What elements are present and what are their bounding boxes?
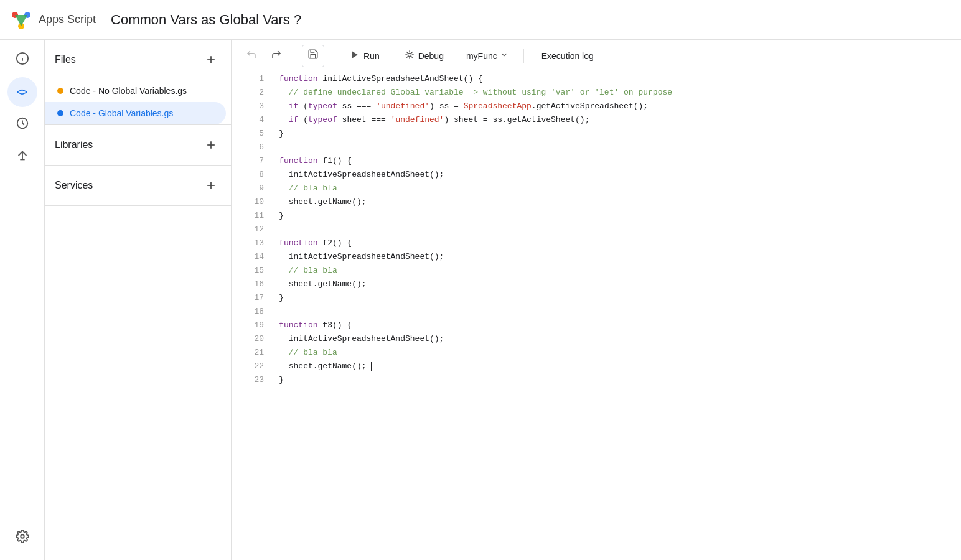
- line-number: 6: [232, 141, 274, 154]
- plus-icon-svc: [205, 179, 217, 192]
- services-label: Services: [55, 180, 93, 191]
- redo-icon: [271, 49, 282, 63]
- toolbar-sep-2: [332, 49, 332, 63]
- libraries-label: Libraries: [55, 139, 93, 151]
- nav-deploy-button[interactable]: [7, 142, 37, 172]
- svg-marker-3: [15, 15, 27, 26]
- code-table: 1function initActiveSpreadsheetAndSheet(…: [232, 72, 961, 387]
- line-number: 21: [232, 346, 274, 360]
- files-header: Files: [45, 40, 231, 80]
- file-name-global: Code - Global Variables.gs: [70, 108, 173, 118]
- table-row: 14 initActiveSpreadsheetAndSheet();: [232, 250, 961, 264]
- undo-button[interactable]: [241, 46, 261, 66]
- line-content: // bla bla: [274, 182, 961, 195]
- line-number: 8: [232, 168, 274, 182]
- file-item-no-global[interactable]: Code - No Global Variables.gs: [45, 80, 226, 102]
- line-content: // bla bla: [274, 264, 961, 278]
- nav-settings-button[interactable]: [7, 523, 37, 553]
- line-number: 22: [232, 360, 274, 373]
- line-content: if (typeof ss === 'undefined') ss = Spre…: [274, 100, 961, 113]
- line-number: 4: [232, 113, 274, 127]
- line-number: 23: [232, 373, 274, 387]
- table-row: 21 // bla bla: [232, 346, 961, 360]
- code-icon: <>: [16, 86, 27, 98]
- left-nav: <>: [0, 40, 45, 560]
- files-section: Files Code - No Global Variables.gs Code…: [45, 40, 231, 125]
- code-editor[interactable]: 1function initActiveSpreadsheetAndSheet(…: [232, 72, 961, 560]
- table-row: 9 // bla bla: [232, 182, 961, 195]
- line-content: }: [274, 373, 961, 387]
- line-number: 15: [232, 264, 274, 278]
- table-row: 22 sheet.getName();: [232, 360, 961, 373]
- file-dot-blue: [57, 110, 63, 116]
- line-content: }: [274, 209, 961, 223]
- line-number: 12: [232, 223, 274, 236]
- line-number: 20: [232, 332, 274, 346]
- header: Apps Script Common Vars as Global Vars ?: [0, 0, 961, 40]
- line-number: 14: [232, 250, 274, 264]
- line-number: 3: [232, 100, 274, 113]
- line-content: function initActiveSpreadsheetAndSheet()…: [274, 72, 961, 86]
- services-section: Services: [45, 166, 231, 206]
- redo-button[interactable]: [266, 46, 286, 66]
- services-header[interactable]: Services: [45, 166, 231, 205]
- info-icon: [16, 52, 29, 68]
- line-number: 17: [232, 291, 274, 305]
- line-content: // define undeclared Global variable => …: [274, 86, 961, 100]
- line-number: 11: [232, 209, 274, 223]
- line-content: sheet.getName();: [274, 360, 961, 373]
- deploy-icon: [16, 149, 29, 166]
- table-row: 18: [232, 305, 961, 319]
- function-selector[interactable]: myFunc: [459, 47, 516, 65]
- line-content: sheet.getName();: [274, 278, 961, 291]
- svg-point-17: [408, 53, 411, 56]
- table-row: 10 sheet.getName();: [232, 195, 961, 209]
- nav-info-button[interactable]: [7, 45, 37, 75]
- table-row: 12: [232, 223, 961, 236]
- line-number: 7: [232, 154, 274, 168]
- line-number: 10: [232, 195, 274, 209]
- line-number: 9: [232, 182, 274, 195]
- execution-log-button[interactable]: Execution log: [532, 46, 604, 66]
- run-button[interactable]: Run: [340, 45, 390, 67]
- main-layout: <> Files: [0, 40, 961, 560]
- line-number: 16: [232, 278, 274, 291]
- run-label: Run: [363, 51, 380, 61]
- nav-triggers-button[interactable]: [7, 110, 37, 139]
- add-file-button[interactable]: [201, 50, 221, 70]
- file-dot-orange: [57, 88, 63, 94]
- table-row: 20 initActiveSpreadsheetAndSheet();: [232, 332, 961, 346]
- debug-label: Debug: [418, 51, 444, 61]
- libraries-header[interactable]: Libraries: [45, 125, 231, 165]
- clock-icon: [16, 116, 29, 133]
- libraries-section: Libraries: [45, 125, 231, 166]
- file-item-global[interactable]: Code - Global Variables.gs: [45, 102, 226, 124]
- add-library-button[interactable]: [201, 135, 221, 155]
- line-content: [274, 305, 961, 319]
- exec-log-label: Execution log: [541, 51, 594, 61]
- debug-button[interactable]: Debug: [395, 45, 454, 67]
- nav-editor-button[interactable]: <>: [7, 77, 37, 107]
- table-row: 19function f3() {: [232, 319, 961, 332]
- table-row: 4 if (typeof sheet === 'undefined') shee…: [232, 113, 961, 127]
- line-content: function f1() {: [274, 154, 961, 168]
- apps-script-logo: [10, 9, 32, 31]
- table-row: 1function initActiveSpreadsheetAndSheet(…: [232, 72, 961, 86]
- save-button[interactable]: [302, 45, 324, 67]
- table-row: 11}: [232, 209, 961, 223]
- svg-marker-16: [352, 51, 357, 58]
- line-content: // bla bla: [274, 346, 961, 360]
- files-label: Files: [55, 54, 76, 65]
- app-name: Apps Script: [39, 13, 96, 26]
- plus-icon-lib: [205, 139, 217, 151]
- table-row: 15 // bla bla: [232, 264, 961, 278]
- table-row: 7function f1() {: [232, 154, 961, 168]
- plus-icon: [205, 54, 217, 66]
- chevron-down-icon: [500, 50, 509, 61]
- add-service-button[interactable]: [201, 175, 221, 195]
- line-content: initActiveSpreadsheetAndSheet();: [274, 168, 961, 182]
- table-row: 17}: [232, 291, 961, 305]
- toolbar-sep-1: [294, 49, 294, 63]
- line-number: 5: [232, 127, 274, 141]
- table-row: 13function f2() {: [232, 236, 961, 250]
